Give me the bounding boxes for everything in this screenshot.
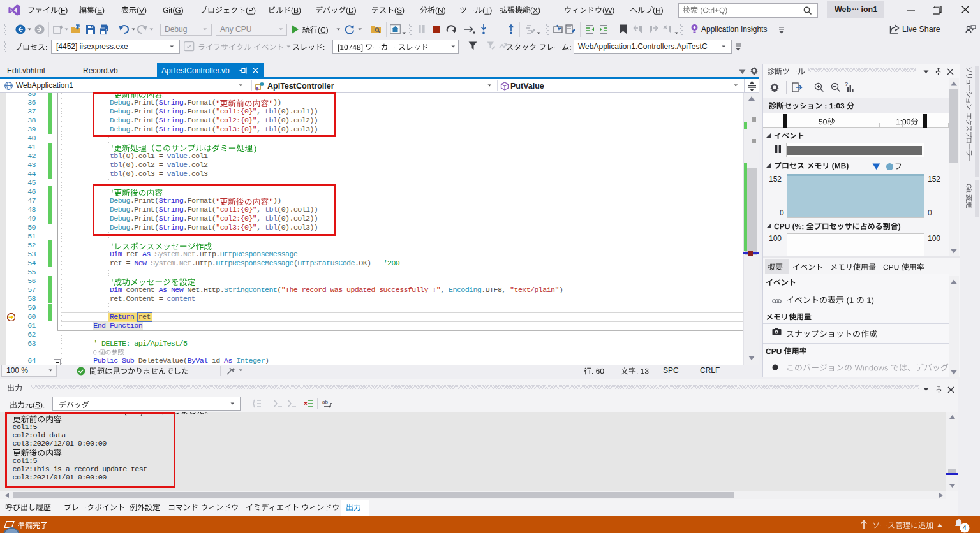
svg-text:ab: ab xyxy=(322,399,328,405)
svg-text:4: 4 xyxy=(963,524,967,532)
svg-text:?: ? xyxy=(845,82,848,87)
